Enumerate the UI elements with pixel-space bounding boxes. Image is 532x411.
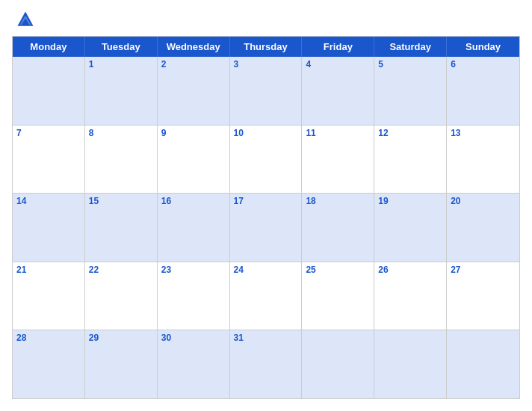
day-cell: 20 (447, 194, 519, 262)
week-row-5: 28293031 (13, 330, 519, 398)
day-header-tuesday: Tuesday (85, 37, 158, 57)
day-cell: 3 (230, 57, 303, 125)
calendar-body: 1234567891011121314151617181920212223242… (13, 57, 519, 398)
day-number: 9 (161, 128, 167, 138)
day-number: 6 (451, 59, 456, 69)
week-row-4: 21222324252627 (13, 262, 519, 331)
day-cell (374, 330, 447, 398)
day-number: 15 (89, 196, 99, 206)
day-cell: 25 (302, 262, 374, 330)
calendar-header (12, 9, 520, 30)
day-cell: 26 (374, 262, 447, 330)
day-cell: 2 (158, 57, 230, 125)
day-cell: 30 (158, 330, 230, 398)
day-cell: 24 (230, 262, 303, 330)
day-number: 11 (306, 128, 315, 138)
day-number: 28 (16, 333, 26, 343)
day-number: 26 (378, 265, 388, 275)
day-cell: 22 (85, 262, 158, 330)
day-cell: 7 (13, 126, 85, 194)
day-cell: 4 (302, 57, 374, 125)
day-number: 13 (451, 128, 460, 138)
day-cell: 21 (13, 262, 85, 330)
day-number: 24 (234, 265, 244, 275)
day-cell: 28 (13, 330, 85, 398)
day-number: 10 (234, 128, 244, 138)
day-cell (13, 57, 85, 125)
day-cell: 23 (158, 262, 230, 330)
day-number: 5 (378, 59, 383, 69)
day-number: 16 (161, 196, 171, 206)
day-number: 7 (16, 128, 22, 138)
day-headers: MondayTuesdayWednesdayThursdayFridaySatu… (13, 37, 519, 57)
day-cell: 10 (230, 126, 303, 194)
day-number: 8 (89, 128, 94, 138)
day-number: 18 (306, 196, 315, 206)
day-header-sunday: Sunday (447, 37, 519, 57)
day-cell: 8 (85, 126, 158, 194)
day-cell: 14 (13, 194, 85, 262)
day-number: 19 (378, 196, 388, 206)
day-cell: 31 (230, 330, 303, 398)
day-number: 3 (234, 59, 239, 69)
logo-icon (15, 9, 36, 30)
week-row-2: 78910111213 (13, 126, 519, 194)
day-cell: 11 (302, 126, 374, 194)
day-number: 1 (89, 59, 94, 69)
day-cell: 13 (447, 126, 519, 194)
calendar: MondayTuesdayWednesdayThursdayFridaySatu… (12, 36, 520, 399)
day-header-monday: Monday (13, 37, 85, 57)
day-number: 27 (451, 265, 460, 275)
day-number: 31 (234, 333, 244, 343)
day-number: 23 (161, 265, 171, 275)
day-header-saturday: Saturday (374, 37, 447, 57)
day-cell: 12 (374, 126, 447, 194)
day-cell: 6 (447, 57, 519, 125)
day-number: 17 (234, 196, 244, 206)
day-cell: 15 (85, 194, 158, 262)
day-cell: 5 (374, 57, 447, 125)
day-header-wednesday: Wednesday (158, 37, 230, 57)
day-number: 2 (161, 59, 167, 69)
day-cell: 9 (158, 126, 230, 194)
logo (15, 9, 39, 30)
day-cell: 17 (230, 194, 303, 262)
day-number: 20 (451, 196, 460, 206)
day-cell: 19 (374, 194, 447, 262)
day-cell: 27 (447, 262, 519, 330)
day-header-friday: Friday (302, 37, 374, 57)
week-row-3: 14151617181920 (13, 194, 519, 262)
day-cell: 16 (158, 194, 230, 262)
day-cell (302, 330, 374, 398)
day-number: 29 (89, 333, 99, 343)
day-header-thursday: Thursday (230, 37, 303, 57)
day-number: 25 (306, 265, 315, 275)
day-cell: 1 (85, 57, 158, 125)
week-row-1: 123456 (13, 57, 519, 126)
day-number: 12 (378, 128, 388, 138)
day-number: 30 (161, 333, 171, 343)
day-number: 22 (89, 265, 99, 275)
day-number: 4 (306, 59, 311, 69)
day-number: 21 (16, 265, 26, 275)
day-cell (447, 330, 519, 398)
day-cell: 18 (302, 194, 374, 262)
day-cell: 29 (85, 330, 158, 398)
day-number: 14 (16, 196, 26, 206)
